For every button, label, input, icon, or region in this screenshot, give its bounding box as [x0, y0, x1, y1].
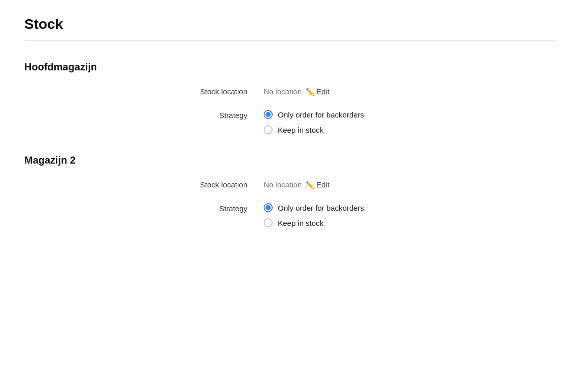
- edit-location-button-1[interactable]: ✏️ Edit: [306, 87, 330, 96]
- radio-button-keep-in-stock-2[interactable]: [264, 218, 273, 227]
- radio-option-keep-in-stock-2[interactable]: Keep in stock: [264, 218, 364, 227]
- radio-button-keep-in-stock-1[interactable]: [264, 125, 273, 134]
- section-title-hoofdmagazijn: Hoofdmagazijn: [24, 61, 557, 73]
- edit-location-button-2[interactable]: ✏️ Edit: [306, 180, 330, 189]
- stock-location-label-2: Stock location: [166, 180, 247, 189]
- stock-location-row-1: Stock location No location ✏️ Edit: [24, 87, 557, 96]
- stock-location-value-1: No location ✏️ Edit: [264, 87, 330, 96]
- stock-location-label-1: Stock location: [166, 87, 247, 96]
- section-title-magazijn2: Magazijn 2: [24, 154, 557, 166]
- radio-option-backorders-1[interactable]: Only order for backorders: [264, 110, 364, 119]
- edit-label-1: Edit: [316, 87, 330, 96]
- radio-option-backorders-2[interactable]: Only order for backorders: [264, 203, 364, 212]
- page-title: Stock: [24, 16, 557, 32]
- strategy-label-2: Strategy: [166, 203, 247, 213]
- page-container: Stock Hoofdmagazijn Stock location No lo…: [0, 0, 581, 264]
- radio-label-keep-in-stock-1: Keep in stock: [278, 126, 323, 134]
- radio-option-keep-in-stock-1[interactable]: Keep in stock: [264, 125, 364, 134]
- no-location-text-2: No location: [264, 180, 302, 189]
- radio-button-backorders-1[interactable]: [264, 110, 273, 119]
- stock-location-value-2: No location ✏️ Edit: [264, 180, 330, 189]
- strategy-options-2: Only order for backorders Keep in stock: [264, 203, 364, 227]
- section-hoofdmagazijn: Hoofdmagazijn Stock location No location…: [24, 61, 557, 134]
- pencil-icon-2: ✏️: [306, 181, 314, 189]
- radio-button-backorders-2[interactable]: [264, 203, 273, 212]
- strategy-options-1: Only order for backorders Keep in stock: [264, 110, 364, 134]
- edit-label-2: Edit: [316, 180, 330, 189]
- radio-label-backorders-1: Only order for backorders: [278, 110, 364, 119]
- radio-label-keep-in-stock-2: Keep in stock: [278, 219, 323, 227]
- section-divider: [24, 41, 557, 41]
- strategy-row-1: Strategy Only order for backorders Keep …: [24, 110, 557, 134]
- strategy-row-2: Strategy Only order for backorders Keep …: [24, 203, 557, 227]
- strategy-label-1: Strategy: [166, 110, 247, 120]
- pencil-icon-1: ✏️: [306, 88, 314, 96]
- stock-location-row-2: Stock location No location ✏️ Edit: [24, 180, 557, 189]
- radio-label-backorders-2: Only order for backorders: [278, 204, 364, 212]
- section-magazijn2: Magazijn 2 Stock location No location ✏️…: [24, 154, 557, 227]
- no-location-text-1: No location: [264, 87, 302, 96]
